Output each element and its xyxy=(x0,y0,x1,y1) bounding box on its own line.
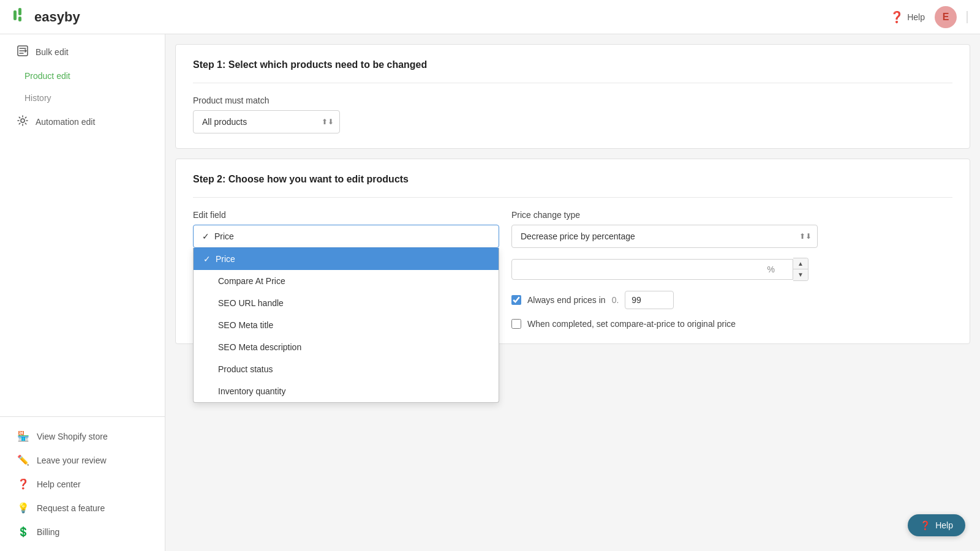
end-price-input[interactable] xyxy=(625,291,674,309)
dropdown-item-price[interactable]: ✓ Price xyxy=(194,248,499,270)
always-end-prices-checkbox[interactable] xyxy=(511,295,521,305)
sidebar-item-help-center[interactable]: ❓ Help center xyxy=(5,472,160,496)
compare-at-price-checkbox[interactable] xyxy=(511,319,521,329)
sidebar-item-automation-edit[interactable]: Automation edit xyxy=(5,109,160,135)
step1-card: Step 1: Select which products need to be… xyxy=(175,44,970,149)
sidebar-item-view-shopify[interactable]: 🏪 View Shopify store xyxy=(5,424,160,448)
edit-icon xyxy=(17,45,28,59)
percent-input-wrap: % xyxy=(511,259,793,280)
percent-symbol: % xyxy=(767,264,775,274)
edit-field-label: Edit field xyxy=(193,210,499,220)
percent-row: % ▲ ▼ xyxy=(511,258,818,281)
check-icon: ✓ xyxy=(203,254,211,264)
end-price-prefix: 0. xyxy=(612,295,619,305)
help-fab-label: Help xyxy=(935,520,953,530)
price-change-type-label: Price change type xyxy=(511,210,818,220)
dropdown-item-product-status[interactable]: Product status xyxy=(194,358,499,380)
header-right: ❓ Help E xyxy=(890,6,968,28)
compare-at-price-label: When completed, set compare-at-price to … xyxy=(527,319,736,329)
edit-field-dropdown-list: ✓ Price Compare At Price SEO URL handle xyxy=(193,248,499,403)
lightbulb-icon: 💡 xyxy=(17,502,29,514)
sidebar-item-leave-review[interactable]: ✏️ Leave your review xyxy=(5,448,160,472)
edit-field-group: Edit field ✓ Price ✓ Price xyxy=(193,210,499,248)
price-change-type-wrapper: Decrease price by percentage Increase pr… xyxy=(511,225,818,248)
product-match-wrapper: All products Selected products Products … xyxy=(193,110,340,133)
edit-field-selected-value: Price xyxy=(214,231,234,241)
help-fab[interactable]: ❓ Help xyxy=(908,514,965,536)
sidebar-item-bulk-edit[interactable]: Bulk edit xyxy=(5,39,160,65)
main-content: Step 1: Select which products need to be… xyxy=(165,34,980,551)
sidebar-top: Bulk edit Product edit History Automatio… xyxy=(0,34,165,140)
billing-label: Billing xyxy=(37,527,59,537)
app-logo: easyby xyxy=(12,7,80,28)
always-end-prices-row: Always end prices in 0. xyxy=(511,291,818,309)
product-match-select[interactable]: All products Selected products Products … xyxy=(193,110,340,133)
help-circle-icon: ❓ xyxy=(890,10,903,24)
help-center-label: Help center xyxy=(37,479,81,489)
svg-rect-0 xyxy=(13,10,17,20)
step2-card: Step 2: Choose how you want to edit prod… xyxy=(175,159,970,344)
percent-spinner-down[interactable]: ▼ xyxy=(793,269,808,280)
sidebar-item-request-feature[interactable]: 💡 Request a feature xyxy=(5,496,160,520)
sidebar-item-product-edit[interactable]: Product edit xyxy=(5,65,160,87)
edit-field-dropdown-trigger[interactable]: ✓ Price xyxy=(193,225,499,248)
svg-rect-2 xyxy=(18,17,21,21)
question-icon: ❓ xyxy=(17,478,29,490)
dropdown-item-seo-meta-title[interactable]: SEO Meta title xyxy=(194,314,499,336)
product-must-match-label: Product must match xyxy=(193,96,952,105)
pencil-icon: ✏️ xyxy=(17,454,29,466)
percent-spinner-up[interactable]: ▲ xyxy=(793,258,808,269)
percent-input[interactable] xyxy=(511,259,793,280)
dropdown-item-compare-at-price[interactable]: Compare At Price xyxy=(194,270,499,292)
sidebar-product-edit-label: Product edit xyxy=(24,71,70,81)
store-icon: 🏪 xyxy=(17,430,29,442)
help-fab-icon: ❓ xyxy=(920,520,930,530)
leave-review-label: Leave your review xyxy=(37,455,107,465)
dollar-icon: 💲 xyxy=(17,526,29,538)
step2-grid: Edit field ✓ Price ✓ Price xyxy=(193,210,952,329)
app-header: easyby ❓ Help E xyxy=(0,0,980,34)
dropdown-item-seo-meta-desc[interactable]: SEO Meta description xyxy=(194,336,499,358)
dropdown-item-seo-url[interactable]: SEO URL handle xyxy=(194,292,499,314)
help-button[interactable]: ❓ Help xyxy=(890,10,925,24)
view-shopify-label: View Shopify store xyxy=(37,432,108,441)
header-divider xyxy=(967,11,968,23)
svg-rect-1 xyxy=(18,8,21,15)
avatar[interactable]: E xyxy=(935,6,957,28)
step2-title: Step 2: Choose how you want to edit prod… xyxy=(193,174,952,185)
checkmark-icon: ✓ xyxy=(202,231,209,241)
main-layout: Bulk edit Product edit History Automatio… xyxy=(0,34,980,551)
request-feature-label: Request a feature xyxy=(37,503,105,513)
sidebar-history-label: History xyxy=(24,93,51,103)
edit-field-dropdown-container: ✓ Price ✓ Price Compare At Price xyxy=(193,225,499,248)
sidebar-automation-edit-label: Automation edit xyxy=(36,117,95,127)
step1-title: Step 1: Select which products need to be… xyxy=(193,59,952,70)
avatar-letter: E xyxy=(943,12,949,23)
svg-point-4 xyxy=(21,119,24,122)
logo-text: easyby xyxy=(34,9,80,25)
sidebar-item-history[interactable]: History xyxy=(5,87,160,109)
dropdown-item-inventory-qty[interactable]: Inventory quantity xyxy=(194,380,499,402)
price-change-type-group: Price change type Decrease price by perc… xyxy=(511,210,818,329)
sidebar-bottom: 🏪 View Shopify store ✏️ Leave your revie… xyxy=(0,416,165,551)
percent-spinner: ▲ ▼ xyxy=(793,258,809,281)
help-button-label: Help xyxy=(907,12,925,22)
compare-at-price-row: When completed, set compare-at-price to … xyxy=(511,319,818,329)
price-change-type-select[interactable]: Decrease price by percentage Increase pr… xyxy=(511,225,818,248)
sidebar-bulk-edit-label: Bulk edit xyxy=(36,47,69,57)
gear-icon xyxy=(17,115,28,129)
sidebar: Bulk edit Product edit History Automatio… xyxy=(0,34,165,551)
sidebar-item-billing[interactable]: 💲 Billing xyxy=(5,520,160,544)
always-end-prices-label: Always end prices in xyxy=(527,295,606,305)
logo-icon xyxy=(12,7,29,28)
